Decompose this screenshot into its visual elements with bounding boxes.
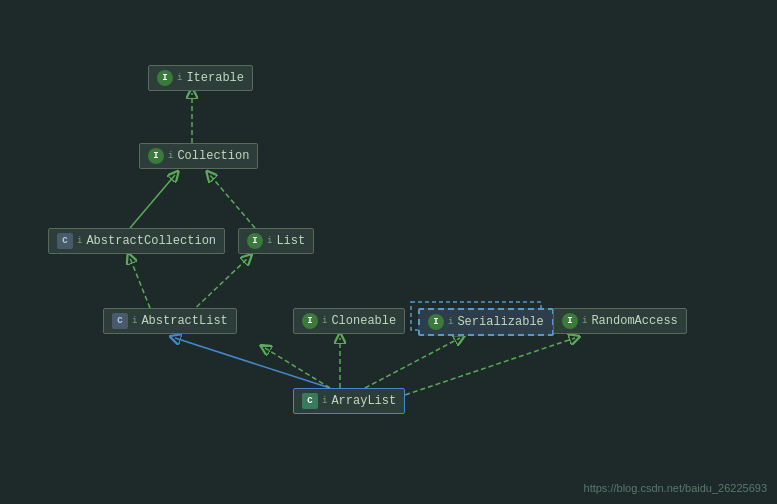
- label-arraylist: ArrayList: [331, 394, 396, 408]
- label-list: List: [276, 234, 305, 248]
- node-abstractcollection[interactable]: C i AbstractCollection: [48, 228, 225, 254]
- vis-abstractlist: i: [132, 316, 137, 326]
- svg-line-6: [210, 175, 255, 228]
- node-arraylist[interactable]: C i ArrayList: [293, 388, 405, 414]
- svg-line-10: [265, 348, 330, 388]
- node-abstractlist[interactable]: C i AbstractList: [103, 308, 237, 334]
- label-cloneable: Cloneable: [331, 314, 396, 328]
- vis-list: i: [267, 236, 272, 246]
- label-iterable: Iterable: [186, 71, 244, 85]
- label-abstractlist: AbstractList: [141, 314, 227, 328]
- vis-randomaccess: i: [582, 316, 587, 326]
- vis-cloneable: i: [322, 316, 327, 326]
- icon-serializable: I: [428, 314, 444, 330]
- vis-serializable: i: [448, 317, 453, 327]
- watermark: https://blog.csdn.net/baidu_26225693: [584, 482, 767, 494]
- icon-cloneable: I: [302, 313, 318, 329]
- vis-arraylist: i: [322, 396, 327, 406]
- node-cloneable[interactable]: I i Cloneable: [293, 308, 405, 334]
- diagram-container: I i Iterable I i Collection C i Abstract…: [0, 0, 777, 504]
- node-serializable[interactable]: I i Serializable: [418, 308, 554, 336]
- vis-abstractcollection: i: [77, 236, 82, 246]
- node-iterable[interactable]: I i Iterable: [148, 65, 253, 91]
- label-collection: Collection: [177, 149, 249, 163]
- icon-collection: I: [148, 148, 164, 164]
- icon-abstractcollection: C: [57, 233, 73, 249]
- icon-abstractlist: C: [112, 313, 128, 329]
- svg-line-5: [130, 175, 175, 228]
- node-list[interactable]: I i List: [238, 228, 314, 254]
- svg-line-13: [390, 338, 575, 400]
- icon-iterable: I: [157, 70, 173, 86]
- icon-randomaccess: I: [562, 313, 578, 329]
- svg-line-9: [175, 338, 330, 388]
- vis-collection: i: [168, 151, 173, 161]
- node-randomaccess[interactable]: I i RandomAccess: [553, 308, 687, 334]
- svg-line-12: [365, 338, 460, 388]
- node-collection[interactable]: I i Collection: [139, 143, 258, 169]
- vis-iterable: i: [177, 73, 182, 83]
- icon-arraylist: C: [302, 393, 318, 409]
- label-randomaccess: RandomAccess: [591, 314, 677, 328]
- label-abstractcollection: AbstractCollection: [86, 234, 216, 248]
- label-serializable: Serializable: [457, 315, 543, 329]
- icon-list: I: [247, 233, 263, 249]
- svg-line-7: [130, 258, 150, 308]
